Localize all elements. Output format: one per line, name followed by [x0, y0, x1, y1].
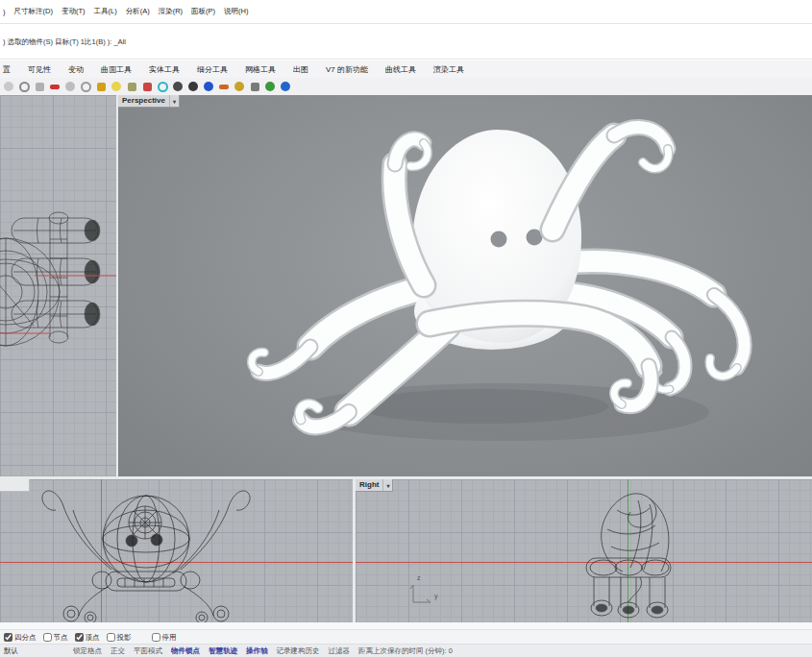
wireframe-front-view [0, 479, 353, 622]
menu-items: 尺寸标注(D)变动(T)工具(L)分析(A)渲染(R)面板(P)说明(H) [14, 7, 258, 16]
menu-item-3[interactable]: 分析(A) [126, 7, 150, 16]
globe-render-icon-glyph [265, 82, 275, 91]
status-item-7[interactable]: 过滤器 [329, 646, 351, 656]
menu-item-6[interactable]: 说明(H) [224, 7, 248, 16]
osnap-checkbox-4[interactable] [152, 633, 160, 642]
menu-item-5[interactable]: 面板(P) [191, 7, 215, 16]
status-item-6[interactable]: 记录建构历史 [277, 646, 320, 656]
sphere-blue-icon[interactable] [203, 81, 214, 92]
status-item-2[interactable]: 平面模式 [134, 646, 162, 656]
grid-table-icon[interactable] [34, 81, 45, 92]
osnap-checkbox-3[interactable] [107, 633, 115, 642]
menu-overflow-indicator: ) [3, 8, 6, 16]
osnap-bar: 四分点节点顶点投影停用 [0, 629, 812, 645]
gizmo-z-label: z [417, 574, 421, 581]
sphere-dark2-icon[interactable] [187, 81, 199, 92]
lightbulb-icon-glyph [111, 82, 121, 91]
sphere-dark-icon[interactable] [172, 81, 184, 92]
tool-tab-6[interactable]: 网格工具 [236, 64, 284, 75]
menu-item-0[interactable]: 尺寸标注(D) [14, 7, 53, 16]
globe-render-icon[interactable] [264, 81, 276, 92]
menu-bar: ) 尺寸标注(D)变动(T)工具(L)分析(A)渲染(R)面板(P)说明(H) [0, 0, 812, 24]
move-tool-icon-glyph [251, 83, 259, 91]
tool-tab-8[interactable]: V7 的新功能 [317, 64, 377, 75]
viewport-right[interactable]: Right ▾ [356, 479, 812, 622]
viewport-area: Perspective ▾ [0, 95, 812, 629]
tool-tab-3[interactable]: 曲面工具 [92, 64, 140, 75]
osnap-checkbox-1[interactable] [43, 633, 52, 642]
menu-item-2[interactable]: 工具(L) [94, 7, 117, 16]
octopus-render [118, 95, 812, 476]
status-item-8[interactable]: 距离上次保存的时间 (分钟): 0 [358, 646, 453, 656]
osnap-checkbox-2[interactable] [75, 633, 84, 642]
gear-flower-icon-glyph [234, 82, 244, 91]
tool-tab-1[interactable]: 可见性 [19, 64, 60, 75]
sphere-dark2-icon-glyph [188, 82, 198, 91]
trophy-icon-glyph [97, 83, 106, 91]
viewport-label-text: Perspective [118, 95, 169, 107]
status-item-0[interactable]: 锁定格点 [73, 646, 102, 656]
osnap-option-1[interactable]: 节点 [43, 633, 68, 643]
paint-tool-icon[interactable] [218, 81, 230, 92]
osnap-label-1: 节点 [54, 633, 68, 643]
shield-icon-glyph [143, 83, 152, 91]
eraser-tool-icon[interactable] [49, 81, 61, 92]
osnap-option-4[interactable]: 停用 [152, 633, 177, 643]
viewport-perspective[interactable]: Perspective ▾ [118, 95, 812, 476]
select-circle-icon[interactable] [80, 81, 91, 92]
disc-tool-icon-glyph [65, 82, 75, 91]
lightbulb-icon[interactable] [111, 81, 122, 92]
gizmo-y-label: y [434, 593, 438, 599]
disc-tool-icon[interactable] [64, 81, 76, 92]
lock-icon-glyph [128, 83, 136, 91]
shield-icon[interactable] [141, 81, 153, 92]
move-tool-icon[interactable] [249, 81, 260, 92]
status-item-3[interactable]: 物件锁点 [171, 646, 200, 656]
osnap-option-0[interactable]: 四分点 [4, 633, 37, 643]
tool-tab-5[interactable]: 细分工具 [188, 64, 236, 75]
current-layer[interactable]: 默认 [0, 646, 73, 656]
chevron-down-icon[interactable]: ▾ [382, 479, 392, 491]
viewport-label-right[interactable]: Right ▾ [356, 479, 393, 492]
osnap-label-4: 停用 [162, 633, 177, 643]
tool-tab-0[interactable]: 置 [0, 64, 19, 75]
status-items: 锁定格点正交平面模式物件锁点智慧轨迹操作轴记录建构历史过滤器距离上次保存的时间 … [73, 646, 461, 656]
menu-item-4[interactable]: 渲染(R) [159, 7, 183, 16]
select-circle-icon-glyph [81, 82, 91, 92]
tool-tab-bar: 置可见性变动曲面工具实体工具细分工具网格工具出图V7 的新功能曲线工具渲染工具 [0, 61, 812, 78]
osnap-checkbox-0[interactable] [4, 633, 12, 642]
status-item-4[interactable]: 智慧轨迹 [209, 646, 237, 656]
osnap-option-2[interactable]: 顶点 [75, 633, 100, 643]
paint-tool-icon-glyph [219, 85, 229, 89]
orbit-tool-icon[interactable] [18, 81, 30, 92]
viewport-top-left[interactable] [0, 95, 116, 476]
trophy-icon[interactable] [95, 81, 107, 92]
octopus-eye-left [491, 231, 507, 248]
icon-toolbar [0, 78, 812, 96]
tool-tab-2[interactable]: 变动 [60, 64, 92, 75]
viewport-label-front-cropped[interactable] [0, 479, 30, 492]
lock-icon[interactable] [126, 81, 137, 92]
osnap-label-0: 四分点 [14, 633, 37, 643]
help-icon[interactable] [280, 81, 291, 92]
viewport-label-perspective[interactable]: Perspective ▾ [118, 95, 180, 108]
menu-item-1[interactable]: 变动(T) [62, 7, 86, 16]
tool-tab-7[interactable]: 出图 [284, 64, 317, 75]
status-item-5[interactable]: 操作轴 [246, 646, 268, 656]
tool-tab-4[interactable]: 实体工具 [140, 64, 188, 75]
command-line[interactable]: ) 选取的物件(S) 目标(T) 1比1(B) ): _All [0, 24, 812, 60]
tool-tab-10[interactable]: 渲染工具 [425, 64, 473, 75]
chevron-down-icon[interactable]: ▾ [169, 95, 179, 107]
sphere-blue-icon-glyph [204, 82, 213, 91]
sphere-dark-icon-glyph [173, 82, 183, 91]
status-item-1[interactable]: 正交 [111, 646, 125, 656]
orbit-tool-icon-glyph [19, 82, 30, 92]
viewport-front[interactable] [0, 479, 353, 622]
wireframe-top-view [0, 95, 116, 476]
viewport-bottom-strip [0, 622, 812, 629]
tool-tab-9[interactable]: 曲线工具 [377, 64, 425, 75]
torus-tool-icon[interactable] [157, 81, 168, 92]
gear-flower-icon[interactable] [234, 81, 245, 92]
osnap-option-3[interactable]: 投影 [107, 633, 132, 643]
sphere-tool-icon[interactable] [3, 81, 14, 92]
